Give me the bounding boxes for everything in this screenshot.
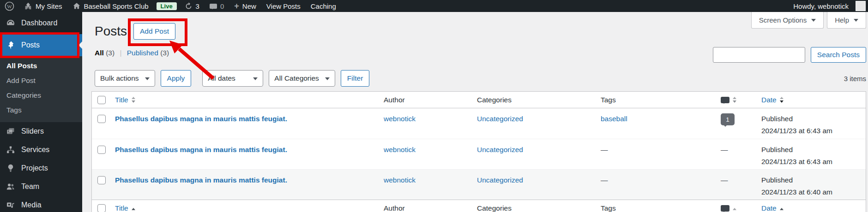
row-checkbox[interactable] xyxy=(97,176,106,184)
sidebar-projects-label: Projects xyxy=(21,164,48,172)
row-checkbox[interactable] xyxy=(97,146,106,154)
updates-menu[interactable]: 3 xyxy=(180,0,205,12)
live-status-badge: Live xyxy=(157,2,177,10)
sidebar-sliders-label: Sliders xyxy=(21,127,44,135)
column-header-date[interactable]: Date xyxy=(761,96,777,104)
categories-label: Categories xyxy=(6,91,41,99)
my-sites-menu[interactable]: My Sites xyxy=(19,0,67,12)
author-link[interactable]: webnotick xyxy=(384,146,416,153)
sort-arrows-icon xyxy=(780,206,784,210)
view-posts-menu[interactable]: View Posts xyxy=(261,0,306,12)
wordpress-logo-menu[interactable]: W xyxy=(0,0,19,12)
multisite-icon xyxy=(24,2,32,10)
no-comments-dash: — xyxy=(721,176,728,184)
category-link[interactable]: Uncategorized xyxy=(477,115,523,123)
no-tags-dash: — xyxy=(601,146,608,153)
caching-menu[interactable]: Caching xyxy=(306,0,341,12)
table-footer-row: Title Author Categories Tags Date xyxy=(92,200,866,212)
sidebar-item-posts[interactable]: Posts xyxy=(0,34,82,56)
comments-column-icon[interactable] xyxy=(721,205,729,212)
post-title-link[interactable]: Phasellus dapibus magna in mauris mattis… xyxy=(115,115,287,123)
dates-select[interactable]: All dates xyxy=(202,70,263,87)
comment-count-badge[interactable]: 1 xyxy=(721,113,735,125)
column-footer-title[interactable]: Title xyxy=(115,204,128,212)
dashboard-gauge-icon xyxy=(6,18,16,28)
sidebar-item-all-posts[interactable]: All Posts xyxy=(0,59,82,73)
search-posts-input[interactable] xyxy=(713,47,805,63)
updates-refresh-icon xyxy=(185,2,193,10)
sidebar-item-media[interactable]: Media xyxy=(0,196,82,212)
post-date: 2024/11/23 at 6:43 am xyxy=(761,156,862,168)
column-footer-date[interactable]: Date xyxy=(761,204,777,212)
sidebar-item-tags[interactable]: Tags xyxy=(0,103,82,118)
select-all-checkbox[interactable] xyxy=(97,204,106,212)
column-footer-categories: Categories xyxy=(477,204,512,212)
help-label: Help xyxy=(835,16,849,24)
pushpin-icon xyxy=(6,41,16,50)
no-comments-dash: — xyxy=(721,146,728,153)
categories-select[interactable]: All Categories xyxy=(269,70,335,87)
my-account-menu[interactable]: Howdy, webnotick xyxy=(788,0,868,12)
my-sites-label: My Sites xyxy=(36,2,62,10)
sidebar-posts-label: Posts xyxy=(21,41,40,49)
filter-button[interactable]: Filter xyxy=(341,70,369,87)
column-footer-author: Author xyxy=(384,204,405,212)
sidebar-item-add-post[interactable]: Add Post xyxy=(0,73,82,88)
post-status: Published xyxy=(761,174,862,186)
category-link[interactable]: Uncategorized xyxy=(477,146,523,153)
bulk-actions-value: Bulk actions xyxy=(100,74,139,82)
tags-label: Tags xyxy=(6,106,22,114)
comments-menu[interactable]: 0 xyxy=(205,0,229,12)
sidebar-item-categories[interactable]: Categories xyxy=(0,88,82,103)
team-people-icon xyxy=(6,182,16,191)
view-posts-label: View Posts xyxy=(266,2,301,10)
search-posts-button[interactable]: Search Posts xyxy=(811,47,866,63)
select-all-checkbox[interactable] xyxy=(97,96,106,104)
site-name-menu[interactable]: Baseball Sports Club xyxy=(67,0,154,12)
add-post-button[interactable]: Add Post xyxy=(133,23,175,40)
author-link[interactable]: webnotick xyxy=(384,115,416,123)
services-network-icon xyxy=(6,145,16,154)
new-content-menu[interactable]: + New xyxy=(229,0,261,12)
sliders-images-icon xyxy=(6,127,16,136)
category-link[interactable]: Uncategorized xyxy=(477,176,523,184)
categories-value: All Categories xyxy=(274,74,319,82)
sidebar-item-services[interactable]: Services xyxy=(0,141,82,159)
updates-count: 3 xyxy=(196,2,199,10)
plus-icon: + xyxy=(234,2,239,10)
comments-bubble-icon xyxy=(210,4,217,9)
post-title-link[interactable]: Phasellus dapibus magna in mauris mattis… xyxy=(115,146,287,153)
bulk-actions-select[interactable]: Bulk actions xyxy=(95,70,155,87)
svg-text:W: W xyxy=(7,3,12,9)
chevron-down-icon xyxy=(811,19,816,24)
new-label: New xyxy=(242,2,256,10)
tag-link[interactable]: baseball xyxy=(601,115,627,123)
view-all-link[interactable]: All xyxy=(95,49,104,57)
sidebar-item-team[interactable]: Team xyxy=(0,177,82,196)
comments-count: 0 xyxy=(220,2,224,10)
post-title-link[interactable]: Phasellus dapibus magna in mauris mattis… xyxy=(115,176,287,184)
column-header-title[interactable]: Title xyxy=(115,96,128,104)
sidebar-services-label: Services xyxy=(21,146,49,154)
help-button[interactable]: Help xyxy=(827,12,866,29)
column-header-tags: Tags xyxy=(601,96,616,104)
sort-arrows-icon xyxy=(132,206,135,210)
screen-options-label: Screen Options xyxy=(759,16,807,24)
table-row: Phasellus dapibus magna in mauris mattis… xyxy=(92,169,866,200)
sort-arrows-icon xyxy=(733,95,736,105)
apply-button[interactable]: Apply xyxy=(161,70,192,87)
sort-arrows-icon xyxy=(780,95,784,105)
posts-table: Title Author Categories Tags Date Phas xyxy=(91,91,866,212)
view-published-link[interactable]: Published xyxy=(127,49,158,57)
author-link[interactable]: webnotick xyxy=(384,176,416,184)
items-count: 3 items xyxy=(844,75,866,82)
chevron-down-icon xyxy=(145,77,150,82)
row-checkbox[interactable] xyxy=(97,115,106,123)
sidebar-item-projects[interactable]: Projects xyxy=(0,159,82,177)
sidebar-item-sliders[interactable]: Sliders xyxy=(0,122,82,141)
chevron-down-icon xyxy=(854,19,858,24)
comments-column-icon[interactable] xyxy=(721,97,729,103)
screen-options-button[interactable]: Screen Options xyxy=(751,12,824,29)
sidebar-item-dashboard[interactable]: Dashboard xyxy=(0,12,82,34)
main-content: Screen Options Help Posts Add Post All (… xyxy=(82,12,868,212)
